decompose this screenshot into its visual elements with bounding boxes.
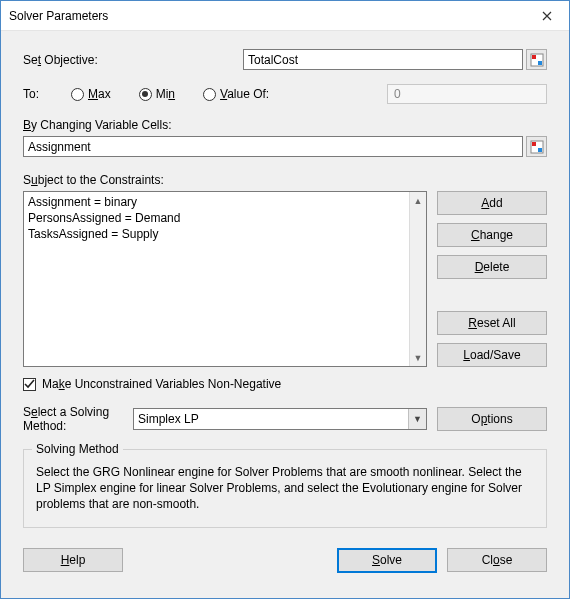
constraints-section: Subject to the Constraints: Assignment =…	[23, 173, 547, 367]
objective-row: Set Objective: TotalCost	[23, 49, 547, 70]
change-button[interactable]: Change	[437, 223, 547, 247]
to-radio-group: Max Min Value Of:	[71, 87, 269, 101]
method-combobox[interactable]: Simplex LP ▼	[133, 408, 427, 430]
add-button[interactable]: Add	[437, 191, 547, 215]
radio-dot-icon	[203, 88, 216, 101]
changing-input[interactable]: Assignment	[23, 136, 523, 157]
nonneg-label: Make Unconstrained Variables Non-Negativ…	[42, 377, 281, 391]
close-button[interactable]: Close	[447, 548, 547, 572]
dialog-body: Set Objective: TotalCost To: Max Min	[1, 31, 569, 598]
radio-dot-icon	[71, 88, 84, 101]
constraints-listbox[interactable]: Assignment = binary PersonsAssigned = De…	[23, 191, 427, 367]
radio-dot-icon	[139, 88, 152, 101]
constraint-buttons: Add Change Delete Reset All Load/Save	[437, 191, 547, 367]
to-label: To:	[23, 87, 71, 101]
svg-rect-4	[532, 142, 536, 146]
list-item[interactable]: PersonsAssigned = Demand	[28, 210, 422, 226]
radio-max[interactable]: Max	[71, 87, 111, 101]
objective-label: Set Objective:	[23, 53, 243, 67]
chevron-down-icon: ▼	[408, 409, 426, 429]
changing-value: Assignment	[28, 140, 91, 154]
method-value: Simplex LP	[138, 412, 199, 426]
groupbox-legend: Solving Method	[32, 442, 123, 456]
svg-rect-2	[538, 61, 542, 65]
objective-value: TotalCost	[248, 53, 298, 67]
window-title: Solver Parameters	[9, 9, 524, 23]
changing-section: By Changing Variable Cells: Assignment	[23, 118, 547, 173]
objective-input[interactable]: TotalCost	[243, 49, 523, 70]
solve-button[interactable]: Solve	[337, 548, 437, 573]
reset-all-button[interactable]: Reset All	[437, 311, 547, 335]
value-of-input-value: 0	[394, 87, 401, 101]
constraints-label: Subject to the Constraints:	[23, 173, 547, 187]
nonneg-checkbox-row: Make Unconstrained Variables Non-Negativ…	[23, 377, 547, 391]
load-save-button[interactable]: Load/Save	[437, 343, 547, 367]
changing-label: By Changing Variable Cells:	[23, 118, 547, 132]
changing-range-picker-icon[interactable]	[526, 136, 547, 157]
radio-value-of[interactable]: Value Of:	[203, 87, 269, 101]
dialog-footer: Help Solve Close	[23, 548, 547, 573]
delete-button[interactable]: Delete	[437, 255, 547, 279]
close-icon[interactable]	[524, 1, 569, 30]
value-of-input[interactable]: 0	[387, 84, 547, 104]
method-label: Select a Solving Method:	[23, 405, 123, 433]
help-button[interactable]: Help	[23, 548, 123, 572]
list-item[interactable]: Assignment = binary	[28, 194, 422, 210]
svg-rect-1	[532, 55, 536, 59]
solver-dialog: Solver Parameters Set Objective: TotalCo…	[0, 0, 570, 599]
method-row: Select a Solving Method: Simplex LP ▼ Op…	[23, 405, 547, 433]
scroll-down-icon[interactable]: ▼	[410, 349, 426, 366]
scrollbar[interactable]: ▲ ▼	[409, 192, 426, 366]
objective-range-picker-icon[interactable]	[526, 49, 547, 70]
list-item[interactable]: TasksAssigned = Supply	[28, 226, 422, 242]
svg-rect-5	[538, 148, 542, 152]
scroll-up-icon[interactable]: ▲	[410, 192, 426, 209]
nonneg-checkbox[interactable]	[23, 378, 36, 391]
to-row: To: Max Min Value Of: 0	[23, 84, 547, 104]
options-button[interactable]: Options	[437, 407, 547, 431]
groupbox-description: Select the GRG Nonlinear engine for Solv…	[36, 464, 534, 513]
radio-min[interactable]: Min	[139, 87, 175, 101]
titlebar: Solver Parameters	[1, 1, 569, 31]
solving-method-groupbox: Solving Method Select the GRG Nonlinear …	[23, 449, 547, 528]
